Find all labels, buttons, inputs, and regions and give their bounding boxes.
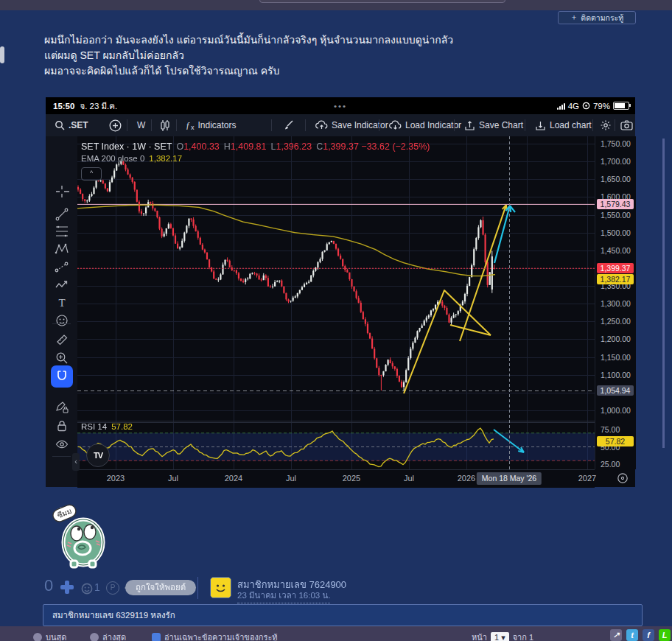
time-tick: 2026 — [450, 474, 483, 483]
time-tick: 2025 — [335, 474, 368, 483]
menu-dots: ••• — [46, 102, 635, 111]
draw-lock-tool-icon[interactable] — [55, 400, 69, 415]
cloud-up-icon — [315, 120, 328, 130]
post-line: ผมนึกไม่ออกว่า มันจะลงยังไง แต่อารมณ์วัน… — [44, 32, 619, 48]
price-tick: 1,750.00 — [601, 139, 631, 149]
plus-icon: ＋ — [570, 13, 578, 23]
rsi-tick: 75.00 — [601, 424, 620, 435]
vote-score: 0 — [44, 576, 53, 595]
facebook-icon[interactable]: f — [643, 629, 654, 641]
price-tick: 1,700.00 — [601, 156, 631, 167]
load-chart-button[interactable]: Load chart — [535, 114, 592, 136]
symbol-search-button[interactable]: .SET — [55, 114, 88, 136]
author-avatar[interactable] — [210, 577, 231, 598]
brush-tool-button[interactable] — [283, 114, 295, 136]
go-to-realtime-icon[interactable] — [617, 472, 629, 484]
chart-plot-area[interactable] — [77, 136, 595, 469]
lock-tool-icon[interactable] — [55, 418, 69, 433]
twitter-icon[interactable]: t — [626, 629, 638, 641]
sticker-green-monster: ซึมม — [50, 504, 112, 572]
nav-item-0[interactable]: คอมมูนิตี้▼ — [66, 0, 146, 1]
emoji-tool-icon[interactable] — [55, 313, 69, 328]
interval-button[interactable]: W — [137, 114, 145, 136]
price-badge-red: 1,399.37 — [597, 263, 634, 273]
ema-legend[interactable]: EMA 200 close 01,382.17 — [81, 154, 182, 163]
ohlc-value: 1,396.23 — [276, 141, 312, 152]
page-dropdown[interactable]: 1 ▾ — [491, 632, 509, 641]
post-body: ผมนึกไม่ออกว่า มันจะลงยังไง แต่อารมณ์วัน… — [44, 32, 619, 79]
post-timestamp[interactable]: 23 มีนาคม เวลา 16:03 น. — [237, 589, 330, 603]
time-tick: 2024 — [217, 474, 250, 483]
page-scrollbar[interactable] — [662, 139, 665, 448]
phone-status-bar: 15:50 จ. 23 มี.ค. ••• 4G 79% — [46, 97, 635, 114]
price-tick: 1,150.00 — [601, 352, 631, 362]
time-tick: Jul — [393, 474, 425, 483]
pane-collapse-arrow[interactable]: ‹ — [72, 453, 80, 471]
emoji-reaction-count: 1 — [94, 581, 100, 593]
battery-percent: 79% — [593, 102, 610, 111]
post-line: ผมอาจจะคิดผิดไปแล้วก็ได้ โปรดใช้วิจารณญา… — [44, 63, 619, 79]
eye-tool-icon[interactable] — [55, 437, 69, 452]
give-point-button[interactable]: ถูกใจให้พอยต์ — [125, 580, 196, 595]
line-icon[interactable]: L — [659, 629, 671, 641]
arrow-wave-tool-icon[interactable] — [55, 278, 69, 293]
owner-only-toggle[interactable]: อ่านเฉพาะข้อความเจ้าของกระทู้ — [152, 631, 278, 641]
symbol-legend[interactable]: SET Index · 1W · SETO1,400.33H1,409.81L1… — [81, 141, 430, 152]
tradingview-logo[interactable]: TV — [86, 444, 110, 467]
ohlc-key: H — [224, 141, 231, 152]
search-icon — [55, 120, 65, 130]
comment-text: สมาชิกหมายเลข 6329119 หลงรัก — [52, 611, 175, 620]
search-input[interactable] — [259, 0, 505, 3]
fib-retracement-tool-icon[interactable] — [55, 224, 69, 239]
snapshot-button[interactable] — [620, 114, 633, 136]
price-axis[interactable]: 1,750.001,700.001,650.001,600.001,550.00… — [595, 136, 636, 469]
save-chart-button[interactable]: Save Chart — [464, 114, 523, 136]
load-indicator-button[interactable]: Load Indicator — [389, 114, 461, 136]
rotation-lock-icon — [582, 102, 590, 110]
ohlc-key: C — [316, 141, 323, 152]
chart-style-button[interactable] — [160, 114, 170, 136]
change-value: −33.62 (−2.35%) — [361, 141, 430, 152]
rsi-value: 57.82 — [111, 422, 133, 431]
indicators-button[interactable]: ƒx Indicators — [186, 114, 237, 136]
save-indicator-button[interactable]: Save Indicator — [315, 114, 388, 136]
price-tick: 1,250.00 — [601, 316, 631, 326]
crosshair-tool-icon[interactable] — [55, 184, 69, 199]
page-selector[interactable]: หน้า1 ▾จาก 1 — [472, 631, 533, 641]
chart-settings-button[interactable] — [600, 114, 612, 136]
nav-item-1[interactable]: กิจกรรม — [146, 0, 212, 1]
time-axis[interactable]: Mon 18 May '26 2023Jul2024Jul2025Jul2026… — [77, 469, 595, 488]
battery-icon — [613, 102, 629, 110]
xabcd-pattern-tool-icon[interactable] — [55, 242, 69, 256]
magnet-tool-icon[interactable] — [51, 365, 73, 388]
scroll-top-button[interactable]: บนสุด — [33, 631, 66, 641]
drawing-tools-sidebar: T — [46, 136, 78, 487]
trend-line-tool-icon[interactable] — [55, 207, 69, 222]
price-tick: 1,650.00 — [601, 174, 631, 184]
comment-row[interactable]: สมาชิกหมายเลข 6329119 หลงรัก — [43, 604, 643, 626]
text-tool-icon[interactable]: T — [55, 295, 69, 310]
signal-icon — [557, 102, 565, 110]
fx-icon: ƒ — [186, 120, 190, 131]
price-tick: 1,300.00 — [601, 298, 631, 309]
legend-collapse-button[interactable]: ^ — [81, 167, 102, 181]
scroll-bottom-button[interactable]: ล่างสุด — [90, 631, 126, 641]
post-line: แต่ผมดู SET ผมกลับไม่ค่อยกลัว — [44, 48, 619, 63]
time-tick: 2023 — [99, 474, 132, 483]
ema-value: 1,382.17 — [149, 154, 182, 163]
time-tick: Jul — [275, 474, 307, 483]
price-tick: 1,200.00 — [601, 334, 631, 344]
compare-add-button[interactable] — [109, 114, 122, 136]
zoom-in-tool-icon[interactable] — [55, 351, 69, 365]
upvote-button[interactable] — [60, 581, 74, 594]
share-icon[interactable]: ↗ — [610, 629, 622, 641]
follow-thread-button[interactable]: ＋ ติดตามกระทู้ — [558, 11, 636, 24]
emoji-reaction-icon[interactable] — [81, 583, 93, 595]
price-badge-yellow: 1,382.17 — [597, 274, 634, 284]
ruler-tool-icon[interactable] — [55, 332, 69, 347]
rsi-badge: 57.82 — [597, 436, 634, 446]
forecast-tool-icon[interactable] — [55, 259, 69, 274]
gear-icon — [600, 119, 612, 131]
point-icon[interactable]: P — [106, 581, 119, 595]
rsi-legend[interactable]: RSI 1457.82 — [81, 422, 133, 431]
